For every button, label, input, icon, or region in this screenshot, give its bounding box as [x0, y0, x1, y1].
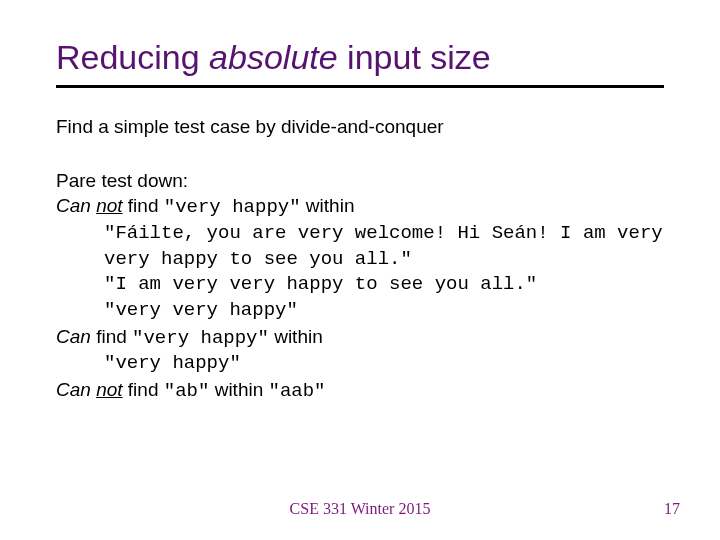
- txt: within: [209, 379, 268, 400]
- txt: Can: [56, 379, 96, 400]
- txt: find: [91, 326, 132, 347]
- quoted-string-4: "very happy": [56, 351, 664, 377]
- title-absolute: absolute: [209, 38, 338, 76]
- title-part2: input size: [338, 38, 491, 76]
- txt: within: [269, 326, 323, 347]
- txt: find: [123, 379, 164, 400]
- slide-title: Reducing absolute input size: [56, 38, 664, 77]
- quoted-string-1: "Fáilte, you are very welcome! Hi Seán! …: [56, 221, 664, 272]
- txt: within: [301, 195, 355, 216]
- can-line: Can find "very happy" within: [56, 324, 664, 352]
- txt: Can: [56, 195, 96, 216]
- title-rule: [56, 85, 664, 88]
- cannot-line-1: Can not find "very happy" within: [56, 193, 664, 221]
- txt-underline: not: [96, 379, 122, 400]
- footer-course: CSE 331 Winter 2015: [0, 500, 720, 518]
- page-number: 17: [664, 500, 680, 518]
- quoted-string-2: "I am very very happy to see you all.": [56, 272, 664, 298]
- code: "very happy": [164, 196, 301, 218]
- txt-italic: Can: [56, 326, 91, 347]
- code: "aab": [269, 380, 326, 402]
- slide-body: Find a simple test case by divide-and-co…: [56, 114, 664, 404]
- pare-label: Pare test down:: [56, 168, 664, 194]
- intro-line: Find a simple test case by divide-and-co…: [56, 114, 664, 140]
- txt-underline: not: [96, 195, 122, 216]
- quoted-string-3: "very very happy": [56, 298, 664, 324]
- cannot-line-2: Can not find "ab" within "aab": [56, 377, 664, 405]
- pare-block: Pare test down: Can not find "very happy…: [56, 168, 664, 405]
- txt: find: [123, 195, 164, 216]
- code: "ab": [164, 380, 210, 402]
- code: "very happy": [132, 327, 269, 349]
- slide: Reducing absolute input size Find a simp…: [0, 0, 720, 540]
- title-part1: Reducing: [56, 38, 209, 76]
